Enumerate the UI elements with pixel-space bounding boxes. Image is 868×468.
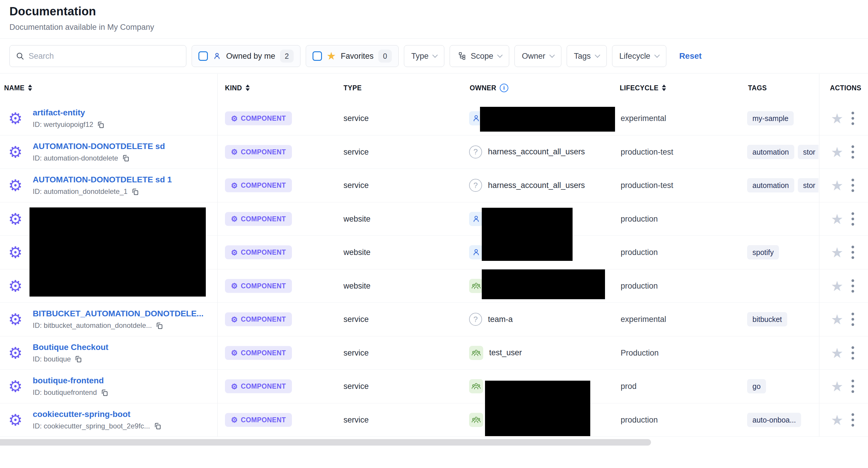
tag-chip[interactable]: automation bbox=[747, 178, 794, 193]
entity-id: ID: automation-donotdelete bbox=[33, 154, 165, 162]
tag-chip[interactable]: spotify bbox=[747, 245, 779, 260]
favorite-star-icon[interactable]: ★ bbox=[831, 212, 843, 226]
tag-chip[interactable]: go bbox=[747, 379, 766, 393]
type-filter-dropdown[interactable]: Type bbox=[404, 45, 445, 67]
favorite-star-icon[interactable]: ★ bbox=[831, 145, 843, 159]
entity-name-cell: Boutique Checkout ID: boutique bbox=[33, 343, 108, 363]
tag-chip[interactable]: auto-onboa... bbox=[747, 412, 801, 427]
favorites-checkbox[interactable] bbox=[313, 51, 322, 61]
redaction-box bbox=[482, 208, 572, 261]
sort-icon bbox=[28, 85, 32, 91]
owner-filter-dropdown[interactable]: Owner bbox=[515, 45, 561, 67]
copy-icon[interactable] bbox=[122, 154, 130, 162]
component-gear-icon: ⚙ bbox=[231, 148, 238, 156]
component-gear-icon: ⚙ bbox=[231, 416, 238, 424]
tag-chip[interactable]: my-sample bbox=[747, 111, 794, 126]
tags-filter-dropdown[interactable]: Tags bbox=[567, 45, 607, 67]
kebab-menu-icon[interactable] bbox=[851, 279, 854, 292]
tag-chip[interactable]: stor bbox=[798, 178, 818, 193]
entity-name-link[interactable]: Boutique Checkout bbox=[33, 343, 108, 352]
kebab-menu-icon[interactable] bbox=[851, 313, 854, 326]
entity-name-link[interactable]: cookiecutter-spring-boot bbox=[33, 410, 130, 419]
info-icon[interactable]: i bbox=[500, 84, 508, 92]
favorites-filter[interactable]: ★ Favorites 0 bbox=[306, 45, 399, 67]
reset-filters-link[interactable]: Reset bbox=[679, 51, 702, 61]
chevron-down-icon bbox=[497, 52, 502, 58]
entity-name-link[interactable]: artifact-entity bbox=[33, 108, 85, 117]
owned-by-me-count-badge: 2 bbox=[280, 50, 294, 63]
sort-icon bbox=[246, 85, 250, 91]
kebab-menu-icon[interactable] bbox=[851, 112, 854, 125]
entity-gear-icon: ⚙ bbox=[8, 211, 22, 227]
type-cell: service bbox=[343, 415, 369, 424]
tag-chip[interactable]: automation bbox=[747, 145, 794, 159]
kebab-menu-icon[interactable] bbox=[851, 380, 854, 393]
redaction-box bbox=[482, 269, 605, 299]
favorite-star-icon[interactable]: ★ bbox=[831, 279, 843, 293]
favorite-star-icon[interactable]: ★ bbox=[831, 112, 843, 125]
horizontal-scrollbar-thumb[interactable] bbox=[0, 439, 651, 445]
hierarchy-icon bbox=[457, 52, 466, 60]
column-header-lifecycle[interactable]: LIFECYCLE bbox=[620, 84, 666, 92]
copy-icon[interactable] bbox=[97, 121, 105, 129]
unknown-owner-icon: ? bbox=[469, 145, 482, 158]
type-filter-label: Type bbox=[411, 52, 429, 61]
favorite-star-icon[interactable]: ★ bbox=[831, 413, 843, 427]
search-box[interactable] bbox=[9, 45, 186, 67]
kebab-menu-icon[interactable] bbox=[851, 212, 854, 226]
table-row: ⚙ BITBUCKET_AUTOMATION_DONOTDELE... ID: … bbox=[0, 303, 868, 337]
tags-cell: my-sample bbox=[747, 111, 818, 126]
tags-cell: go bbox=[747, 379, 818, 393]
copy-icon[interactable] bbox=[131, 188, 139, 196]
scope-filter-dropdown[interactable]: Scope bbox=[450, 45, 509, 67]
type-cell: website bbox=[343, 248, 371, 257]
component-gear-icon: ⚙ bbox=[231, 181, 238, 189]
column-header-name[interactable]: NAME bbox=[4, 84, 32, 92]
favorite-star-icon[interactable]: ★ bbox=[831, 379, 843, 393]
type-cell: service bbox=[343, 114, 369, 123]
owner-cell: test_user bbox=[469, 346, 522, 360]
type-cell: website bbox=[343, 281, 371, 290]
tags-filter-label: Tags bbox=[574, 52, 591, 61]
table-row: ⚙ cookiecutter-spring-boot ID: cookiecut… bbox=[0, 403, 868, 437]
kind-chip: ⚙ COMPONENT bbox=[225, 245, 292, 259]
type-cell: service bbox=[343, 315, 369, 324]
search-input[interactable] bbox=[29, 52, 180, 61]
entity-name-link[interactable]: AUTOMATION-DONOTDELETE sd 1 bbox=[33, 175, 172, 184]
copy-icon[interactable] bbox=[155, 322, 163, 330]
owned-by-me-checkbox[interactable] bbox=[198, 51, 208, 61]
kebab-menu-icon[interactable] bbox=[851, 346, 854, 359]
entity-name-link[interactable]: BITBUCKET_AUTOMATION_DONOTDELE... bbox=[33, 309, 204, 318]
type-cell: service bbox=[343, 382, 369, 391]
kebab-menu-icon[interactable] bbox=[851, 145, 854, 158]
kebab-menu-icon[interactable] bbox=[851, 246, 854, 259]
column-header-kind[interactable]: KIND bbox=[225, 84, 250, 92]
copy-icon[interactable] bbox=[74, 355, 82, 363]
lifecycle-cell: experimental bbox=[621, 315, 666, 324]
favorite-star-icon[interactable]: ★ bbox=[831, 245, 843, 259]
kind-chip: ⚙ COMPONENT bbox=[225, 145, 292, 159]
kind-chip: ⚙ COMPONENT bbox=[225, 112, 292, 125]
kind-chip: ⚙ COMPONENT bbox=[225, 413, 292, 427]
favorite-star-icon[interactable]: ★ bbox=[831, 178, 843, 193]
table-row: ⚙ artifact-entity ID: wertyuiopoigf12 ⚙ … bbox=[0, 102, 868, 136]
kebab-menu-icon[interactable] bbox=[851, 413, 854, 427]
kind-chip: ⚙ COMPONENT bbox=[225, 178, 292, 193]
component-gear-icon: ⚙ bbox=[231, 282, 238, 290]
kind-chip: ⚙ COMPONENT bbox=[225, 212, 292, 226]
favorite-star-icon[interactable]: ★ bbox=[831, 313, 843, 326]
entity-name-cell: BITBUCKET_AUTOMATION_DONOTDELE... ID: bi… bbox=[33, 309, 204, 330]
copy-icon[interactable] bbox=[154, 422, 162, 430]
tag-chip[interactable]: bitbucket bbox=[747, 312, 787, 327]
entity-name-link[interactable]: boutique-frontend bbox=[33, 376, 104, 385]
favorite-star-icon[interactable]: ★ bbox=[831, 346, 843, 360]
entity-name-cell: artifact-entity ID: wertyuiopoigf12 bbox=[33, 108, 105, 129]
lifecycle-filter-dropdown[interactable]: Lifecycle bbox=[612, 45, 666, 67]
tag-chip[interactable]: stor bbox=[798, 145, 818, 159]
owned-by-me-filter[interactable]: Owned by me 2 bbox=[192, 45, 301, 67]
copy-icon[interactable] bbox=[100, 389, 108, 397]
owner-name: test_user bbox=[489, 348, 522, 357]
kebab-menu-icon[interactable] bbox=[851, 179, 854, 192]
entity-name-link[interactable]: AUTOMATION-DONOTDELETE sd bbox=[33, 142, 165, 151]
owner-name: harness_account_all_users bbox=[488, 147, 585, 156]
